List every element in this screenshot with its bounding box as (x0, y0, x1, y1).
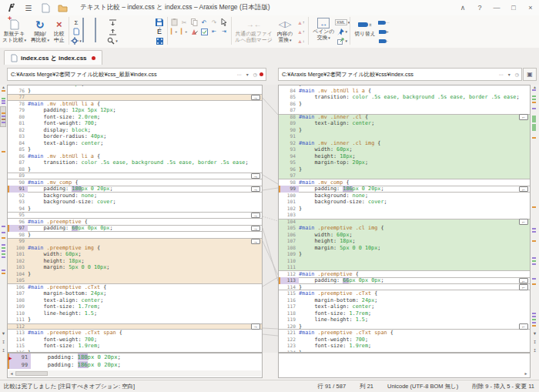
merge-arrow-button[interactable]: → (251, 213, 260, 219)
code-line-97[interactable]: 97 (279, 173, 530, 179)
select-cursor-icon[interactable] (219, 18, 229, 27)
left-overview-strip[interactable]: ▲ ▼ ↧ ↥ (0, 85, 7, 353)
code-line-108[interactable]: 108 margin: 5px 0 0 10px; (279, 245, 530, 252)
maximize-icon[interactable]: □ (505, 0, 522, 15)
new-comparison-button[interactable]: + 新規テキスト比較▾ (0, 17, 28, 44)
warning-up-icon[interactable]: ▲↑ (295, 18, 306, 27)
code-line-84[interactable]: 84 text-align: center; (8, 140, 262, 147)
left-path-browse-icon[interactable]: ⋯ (235, 72, 244, 77)
code-line-81[interactable]: 81 font-weight: 700; (8, 120, 262, 127)
shift-left-icon[interactable]: ⇤ (209, 27, 219, 36)
code-line-123[interactable]: 123 font-size: 1.9rem; (279, 343, 530, 350)
left-path-history-icon[interactable]: ◷ (251, 72, 259, 77)
bookmark-prev-icon[interactable]: - (378, 36, 390, 45)
right-path-browse-icon[interactable]: ⋯ (497, 72, 506, 77)
code-line-102[interactable]: 102 height: 18px; (8, 258, 262, 265)
settings-gear-button[interactable]: ▾ (71, 36, 82, 45)
summary-sigma-button[interactable]: Σ (71, 18, 82, 27)
right-path-history-icon[interactable]: ◷ (513, 72, 521, 77)
code-line-110[interactable]: 110 (279, 258, 530, 265)
insert-marker-above-icon[interactable]: ▎+ (169, 27, 179, 36)
ribbon-collapse-icon[interactable]: ∧ (454, 0, 471, 15)
scroll-left-icon[interactable]: ◂ (8, 370, 15, 377)
code-line-83[interactable]: 83 border-radius: 40px; (8, 133, 262, 140)
code-line-97[interactable]: 97 padding: 60px 0px 0px;→ (8, 225, 262, 232)
left-code-pane[interactable]: 75 width: 250px;76}77→78#main .mv .btnUl… (7, 85, 263, 353)
new-document-icon[interactable] (40, 2, 51, 13)
save-button[interactable] (154, 18, 166, 27)
code-line-89[interactable]: 89→ (8, 173, 262, 179)
swap-panes-button[interactable]: ↔ ペインの交換▾ (310, 17, 336, 42)
code-line-104[interactable]: 104← (279, 219, 530, 226)
merge-arrow-button[interactable]: → (251, 95, 260, 101)
code-line-86[interactable]: 86} (279, 101, 530, 108)
current-change-pane-left[interactable]: ▶91 padding: 180px 0 20px;99 padding: 18… (7, 353, 263, 378)
code-line-110[interactable]: 110 line-height: 1.5; (8, 310, 262, 317)
menu-icon[interactable]: ☰ (23, 2, 34, 13)
left-horizontal-scrollbar[interactable]: ◂ (8, 370, 261, 377)
redo-icon[interactable]: ↷ (209, 18, 219, 27)
code-line-105[interactable]: 105 (8, 277, 262, 284)
fit-bottom-button[interactable] (107, 27, 119, 36)
code-line-116[interactable]: 116 margin-bottom: 24px; (279, 297, 530, 304)
bookmark-list-icon[interactable]: ⋯ (378, 18, 390, 27)
code-line-94[interactable]: 94} (8, 206, 262, 213)
code-line-103[interactable]: 103 margin: 5px 0 0 10px; (8, 264, 262, 271)
code-line-100[interactable]: 100#main .preemptive img { (8, 245, 262, 252)
code-line-101[interactable]: 101 background-size: cover; (279, 199, 530, 206)
code-line-106[interactable]: 106 width: 60px; (279, 232, 530, 239)
cut-scissors-icon[interactable]: ✂ (179, 18, 189, 27)
left-path-dropdown-icon[interactable]: ▾ (244, 72, 251, 77)
code-line-89[interactable]: 89 text-align: center; (279, 120, 530, 127)
current-change-row-91[interactable]: ▶91 padding: 180px 0 20px; (8, 353, 262, 361)
code-line-96[interactable]: 96} (279, 166, 530, 173)
right-next-change-icon[interactable]: ▼ (531, 331, 539, 336)
maximize-pane-button[interactable]: ▣ (523, 68, 537, 81)
merge-arrow-button[interactable]: → (251, 173, 260, 179)
scrollbar-thumb[interactable] (15, 371, 48, 376)
zoom-magnifier-button[interactable]: ▾ (107, 36, 119, 45)
code-line-119[interactable]: 119 line-height: 1.5; (279, 317, 530, 323)
merge-arrow-button[interactable]: → (251, 239, 260, 245)
code-line-92[interactable]: 92 background: none; (8, 193, 262, 199)
minimize-icon[interactable]: — (488, 0, 505, 15)
code-line-122[interactable]: 122 font-weight: 700; (279, 337, 530, 343)
code-line-107[interactable]: 107 height: 18px; (279, 238, 530, 245)
code-line-93[interactable]: 93 width: 60px; (279, 146, 530, 153)
xml-options-button[interactable]: XML▾ (336, 18, 348, 27)
edit-change-icon[interactable] (189, 27, 199, 36)
abort-comparison-button[interactable]: × 比較中止 (52, 17, 67, 44)
code-line-79[interactable]: 79 padding: 12px 5px 12px; (8, 107, 262, 114)
code-line-106[interactable]: 106#main .preemptive .cTxt { (8, 284, 262, 291)
paste-icon[interactable] (169, 18, 179, 27)
code-line-95[interactable]: 95 margin-top: 20px; (279, 159, 530, 166)
report-document-button[interactable] (71, 27, 82, 36)
tab-index-css-comparison[interactable]: index.css と index.css (4, 50, 102, 65)
code-line-88[interactable]: 88} (8, 166, 262, 173)
whitespace-display-button[interactable] (154, 36, 166, 45)
code-line-98[interactable]: 98#main .mv_comp { (279, 179, 530, 186)
left-scroll-bottom-icon[interactable]: ↧ (0, 340, 7, 344)
auto-merge-button[interactable]: →← 共通の親ファイルへ自動マージ (233, 17, 275, 44)
code-line-101[interactable]: 101 width: 60px; (8, 251, 262, 258)
code-line-109[interactable]: 109} (279, 251, 530, 258)
left-file-path-box[interactable]: C:¥Araxis Merge¥2者間ファイル比較¥css_最新¥index.c… (7, 68, 266, 81)
right-path-dropdown-icon[interactable]: ▾ (506, 72, 513, 77)
replace-content-button[interactable]: ◁▷ 内容の置換▾ (275, 17, 296, 44)
right-scroll-bottom-icon[interactable]: ↧ (531, 340, 539, 344)
code-line-95[interactable]: 95→ (8, 212, 262, 219)
code-line-114[interactable]: 114 font-weight: 700; (8, 337, 262, 343)
code-line-108[interactable]: 108 text-align: center; (8, 297, 262, 304)
shift-right-icon[interactable]: ⇥ (219, 27, 229, 36)
code-line-78[interactable]: 78#main .mv .btnUl li a { (8, 101, 262, 108)
code-line-112[interactable]: 112→ (8, 323, 262, 330)
warning-up2-icon[interactable]: ▲↑ (295, 27, 306, 36)
open-folder-icon[interactable] (57, 2, 68, 13)
code-line-85[interactable]: 85} (8, 146, 262, 153)
code-line-112[interactable]: 112#main .preemptive { (279, 271, 530, 278)
code-line-76[interactable]: 76} (8, 88, 262, 95)
merge-arrow-button[interactable]: ← (519, 278, 528, 284)
code-line-105[interactable]: 105#main .preemptive .cl img { (279, 225, 530, 232)
code-line-118[interactable]: 118 font-size: 1.7rem; (279, 310, 530, 317)
encoding-button[interactable]: É (154, 27, 166, 36)
